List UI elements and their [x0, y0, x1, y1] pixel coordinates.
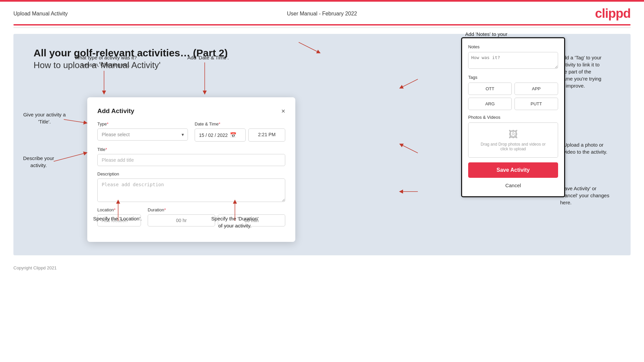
modal-title: Add Activity	[97, 107, 134, 115]
phone-mockup: Notes Tags OTT APP ARG PUTT Photos & Vid…	[461, 37, 565, 197]
photos-label: Photos & Videos	[468, 115, 558, 120]
svg-line-9	[401, 145, 418, 153]
title-row: Title*	[97, 147, 285, 166]
title-label: Title*	[97, 147, 285, 152]
date-value: 15 / 02 / 2022	[199, 133, 228, 138]
tag-ott[interactable]: OTT	[468, 83, 512, 95]
date-time-group: 15 / 02 / 2022 📅 2:21 PM	[195, 128, 285, 142]
ann-datetime: Add 'Date & Time'.	[175, 54, 242, 61]
type-label: Type*	[97, 121, 188, 126]
date-field[interactable]: 15 / 02 / 2022 📅	[195, 128, 246, 142]
top-bar: Upload Manual Activity User Manual - Feb…	[0, 2, 644, 21]
type-datetime-row: Type* Please select ▾ Date & Time* 15 / …	[97, 121, 285, 142]
tag-arg[interactable]: ARG	[468, 98, 512, 110]
photos-drop-text: Drag and Drop photos and videos orclick …	[475, 142, 552, 151]
divider	[13, 28, 631, 28]
save-activity-button[interactable]: Save Activity	[468, 162, 558, 178]
ann-title: Give your activity a'Title'.	[13, 111, 76, 125]
description-input[interactable]	[97, 178, 285, 202]
ann-save: 'Save Activity' or'Cancel' your changesh…	[560, 185, 637, 206]
photos-drop-zone[interactable]: 🖼 Drag and Drop photos and videos orclic…	[468, 122, 558, 158]
phone-inner: Notes Tags OTT APP ARG PUTT Photos & Vid…	[462, 38, 564, 196]
footer: Copyright Clippd 2021	[0, 261, 644, 274]
notes-label: Notes	[468, 44, 558, 49]
tag-putt[interactable]: PUTT	[514, 98, 558, 110]
type-select-wrapper: Please select ▾	[97, 128, 188, 141]
copyright: Copyright Clippd 2021	[13, 265, 57, 270]
manual-title: User Manual - February 2022	[287, 11, 357, 17]
description-label: Description	[97, 171, 285, 176]
title-group: Title*	[97, 147, 285, 166]
modal-header: Add Activity ×	[97, 107, 285, 115]
title-input[interactable]	[97, 154, 285, 166]
time-field[interactable]: 2:21 PM	[248, 128, 285, 142]
description-row: Description	[97, 171, 285, 202]
datetime-group: Date & Time* 15 / 02 / 2022 📅 2:21 PM	[195, 121, 285, 142]
datetime-label: Date & Time*	[195, 121, 285, 126]
accent-line	[13, 24, 631, 25]
logo: clippd	[595, 6, 631, 21]
phone-mockup-wrapper: Notes Tags OTT APP ARG PUTT Photos & Vid…	[448, 37, 553, 197]
type-group: Type* Please select ▾	[97, 121, 188, 142]
ann-tag: Add a 'Tag' to youractivity to link it t…	[560, 54, 637, 89]
calendar-icon: 📅	[230, 132, 237, 138]
type-select[interactable]: Please select	[97, 128, 188, 141]
svg-line-8	[401, 79, 418, 88]
page-title: Upload Manual Activity	[13, 11, 68, 17]
ann-description: Describe youractivity.	[13, 155, 64, 169]
ann-type: What type of activity was it?Lesson, Chi…	[65, 54, 146, 68]
ann-location: Specify the 'Location'.	[82, 215, 153, 222]
duration-label: Duration*	[148, 207, 285, 212]
tag-app[interactable]: APP	[514, 83, 558, 95]
tags-grid: OTT APP ARG PUTT	[468, 83, 558, 110]
photo-icon: 🖼	[475, 129, 552, 140]
ann-photo: Upload a photo orvideo to the activity.	[563, 141, 637, 155]
close-button[interactable]: ×	[281, 108, 285, 114]
main-content: All your golf-relevant activities… (Part…	[13, 34, 631, 255]
tags-label: Tags	[468, 75, 558, 80]
description-group: Description	[97, 171, 285, 202]
cancel-button[interactable]: Cancel	[468, 181, 558, 190]
notes-input[interactable]	[468, 52, 558, 69]
location-label: Location*	[97, 207, 141, 212]
ann-duration: Specify the 'Duration'of your activity.	[191, 215, 279, 229]
